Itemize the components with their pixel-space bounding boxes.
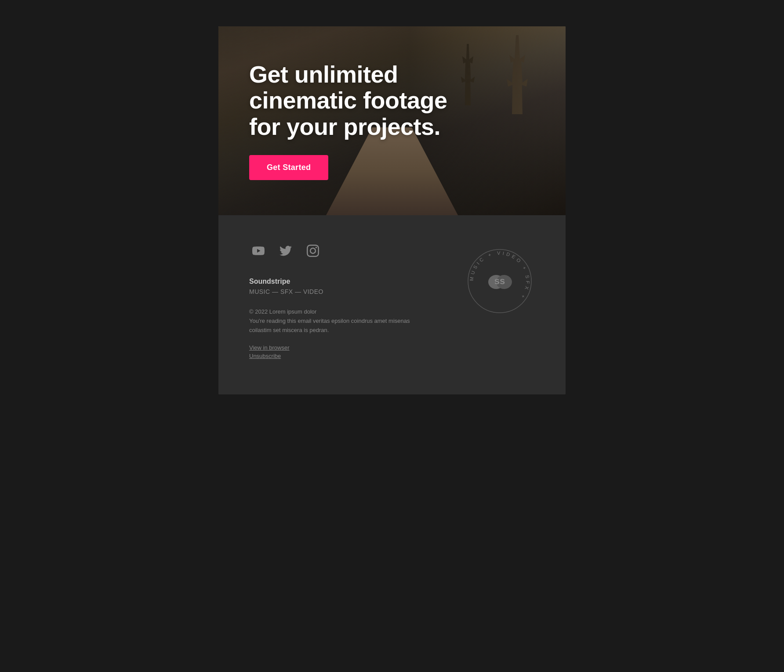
hero-content: Get unlimited cinematic footage for your… [218,26,566,215]
hero-heading: Get unlimited cinematic footage for your… [249,61,469,140]
footer-links: View in browser Unsubscribe [249,344,447,359]
twitter-icon[interactable] [276,242,295,260]
brand-name: Soundstripe [249,278,447,285]
footer-copyright: © 2022 Lorem ipsum dolor You're reading … [249,307,416,335]
email-container: Get unlimited cinematic footage for your… [218,26,566,394]
get-started-button[interactable]: Get Started [249,155,328,180]
footer-section: Soundstripe MUSIC — SFX — VIDEO © 2022 L… [218,215,566,394]
unsubscribe-link[interactable]: Unsubscribe [249,353,281,359]
view-in-browser-link[interactable]: View in browser [249,344,290,351]
instagram-icon[interactable] [304,242,322,260]
youtube-icon[interactable] [249,242,268,260]
social-icons-group [249,242,447,260]
brand-tagline: MUSIC — SFX — VIDEO [249,288,447,295]
svg-text:ss: ss [494,275,505,286]
logo-badge: MUSIC + VIDEO + SFX + ss [465,246,535,316]
footer-left-column: Soundstripe MUSIC — SFX — VIDEO © 2022 L… [249,242,447,359]
hero-section: Get unlimited cinematic footage for your… [218,26,566,215]
